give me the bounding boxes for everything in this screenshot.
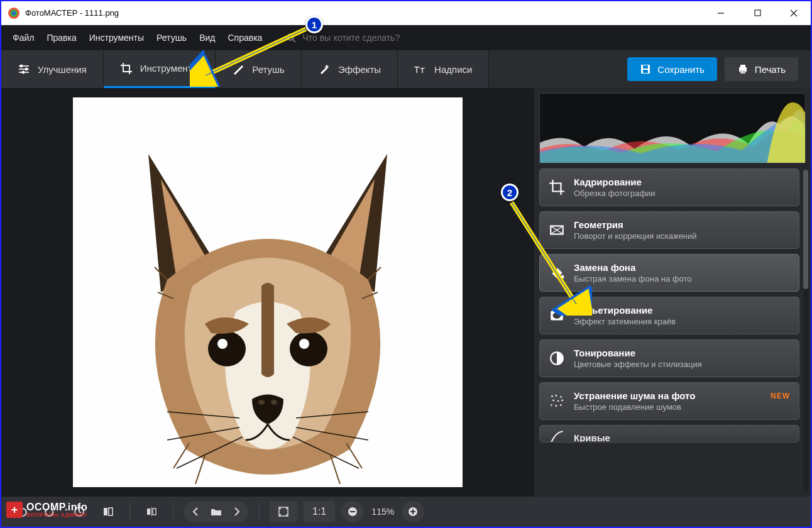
tool-replace-bg[interactable]: Замена фона Быстрая замена фона на фото (539, 254, 799, 292)
tab-label: Эффекты (338, 64, 381, 75)
fit-screen-button[interactable] (270, 501, 297, 522)
tool-desc: Эффект затемнения краёв (574, 317, 676, 326)
zoom-in-button[interactable] (402, 501, 424, 522)
canvas[interactable] (73, 97, 463, 487)
svg-point-14 (22, 71, 24, 73)
crop-icon (120, 62, 133, 75)
svg-point-43 (556, 395, 557, 397)
svg-rect-21 (740, 70, 745, 74)
tool-title: Виньетирование (574, 305, 676, 316)
tool-denoise[interactable]: Устранение шума на фото Быстрое подавлен… (539, 382, 799, 420)
tool-geometry[interactable]: Геометрия Поворот и коррекция искажений (539, 211, 799, 249)
svg-point-12 (20, 65, 22, 67)
tool-desc: Поворот и коррекция искажений (574, 231, 697, 241)
search-icon (286, 33, 296, 43)
tool-curves[interactable]: Кривые (539, 425, 799, 443)
svg-rect-4 (755, 10, 760, 16)
svg-point-26 (299, 339, 309, 349)
tool-desc: Быстрая замена фона на фото (574, 274, 691, 283)
tool-toning[interactable]: Тонирование Цветовые эффекты и стилизаци… (539, 339, 799, 377)
watermark: + OCOMP.info ВОПРОСЫ АДМИНУ (6, 502, 87, 518)
brush-icon (232, 63, 244, 75)
compare-button[interactable] (97, 501, 119, 522)
print-label: Печать (755, 64, 786, 75)
watermark-line2: ВОПРОСЫ АДМИНУ (26, 512, 87, 518)
menu-help[interactable]: Справка (228, 33, 262, 43)
menu-edit[interactable]: Правка (47, 33, 76, 43)
svg-point-44 (560, 396, 562, 398)
tab-text[interactable]: Tᴛ Надписи (398, 50, 489, 88)
tab-label: Инструменты (140, 63, 199, 74)
svg-point-42 (551, 395, 553, 397)
tool-desc: Быстрое подавление шумов (574, 402, 695, 412)
menu-file[interactable]: Файл (13, 33, 34, 43)
tone-icon (549, 350, 565, 366)
close-button[interactable] (781, 4, 807, 23)
svg-point-49 (556, 405, 557, 407)
nav-prev-button[interactable] (190, 501, 201, 522)
search-box[interactable] (286, 33, 466, 43)
tool-vignette[interactable]: Виньетирование Эффект затемнения краёв (539, 297, 799, 334)
main-area: Кадрирование Обрезка фотографии Геометри… (1, 88, 811, 497)
svg-point-40 (553, 312, 561, 319)
tab-retouch[interactable]: Ретушь (216, 50, 302, 88)
vignette-icon (549, 307, 565, 324)
ratio-button[interactable]: 1:1 (304, 501, 335, 522)
search-input[interactable] (302, 33, 466, 43)
flip-button[interactable] (140, 501, 163, 522)
maximize-button[interactable] (744, 4, 771, 23)
tool-title: Кривые (574, 432, 610, 443)
printer-icon (737, 63, 749, 75)
minimize-button[interactable] (708, 4, 734, 23)
svg-point-46 (557, 400, 559, 402)
open-folder-button[interactable] (210, 501, 222, 522)
svg-line-8 (293, 40, 295, 42)
watermark-icon: + (6, 502, 23, 518)
scrollbar-thumb[interactable] (803, 170, 808, 289)
nav-next-button[interactable] (231, 501, 243, 522)
tab-effects[interactable]: Эффекты (302, 50, 398, 88)
app-icon (8, 7, 20, 19)
svg-rect-17 (643, 65, 648, 69)
titlebar: ФотоМАСТЕР - 1111.png (1, 1, 811, 25)
tool-desc: Цветовые эффекты и стилизация (574, 360, 702, 369)
sidebar: Кадрирование Обрезка фотографии Геометри… (534, 88, 811, 497)
svg-rect-54 (147, 509, 150, 515)
histogram[interactable] (539, 93, 806, 163)
tab-tools[interactable]: Инструменты (104, 50, 216, 88)
svg-rect-55 (153, 509, 156, 515)
save-button[interactable]: Сохранить (627, 57, 717, 81)
menu-view[interactable]: Вид (199, 33, 215, 43)
tool-title: Геометрия (574, 219, 697, 230)
tab-enhance[interactable]: Улучшения (1, 50, 104, 88)
menu-tools[interactable]: Инструменты (89, 33, 144, 43)
watermark-line1: OCOMP.info (26, 502, 87, 512)
window-title: ФотоМАСТЕР - 1111.png (25, 8, 708, 18)
bucket-icon (549, 265, 565, 281)
tool-desc: Обрезка фотографии (574, 189, 656, 198)
svg-point-24 (290, 331, 327, 366)
svg-rect-20 (740, 65, 745, 67)
print-button[interactable]: Печать (725, 57, 798, 81)
sidebar-scrollbar[interactable] (803, 170, 808, 492)
geometry-icon (549, 222, 565, 238)
svg-point-2 (12, 11, 16, 15)
tool-list: Кадрирование Обрезка фотографии Геометри… (539, 168, 806, 492)
svg-rect-53 (109, 508, 112, 515)
tool-crop[interactable]: Кадрирование Обрезка фотографии (539, 168, 799, 206)
save-label: Сохранить (657, 64, 705, 75)
zoom-out-button[interactable] (341, 501, 364, 522)
statusbar: 1:1 115% (1, 497, 811, 527)
canvas-area (1, 88, 534, 497)
badge-new: NEW (771, 392, 790, 400)
tool-title: Тонирование (574, 348, 702, 358)
svg-point-50 (560, 404, 562, 406)
svg-point-28 (271, 400, 277, 405)
menu-retouch[interactable]: Ретушь (156, 33, 187, 43)
svg-point-27 (258, 400, 265, 405)
curves-icon (549, 429, 565, 443)
svg-rect-52 (104, 508, 107, 515)
canvas-image (73, 97, 463, 487)
zoom-value: 115% (368, 507, 398, 517)
text-icon: Tᴛ (414, 63, 427, 75)
